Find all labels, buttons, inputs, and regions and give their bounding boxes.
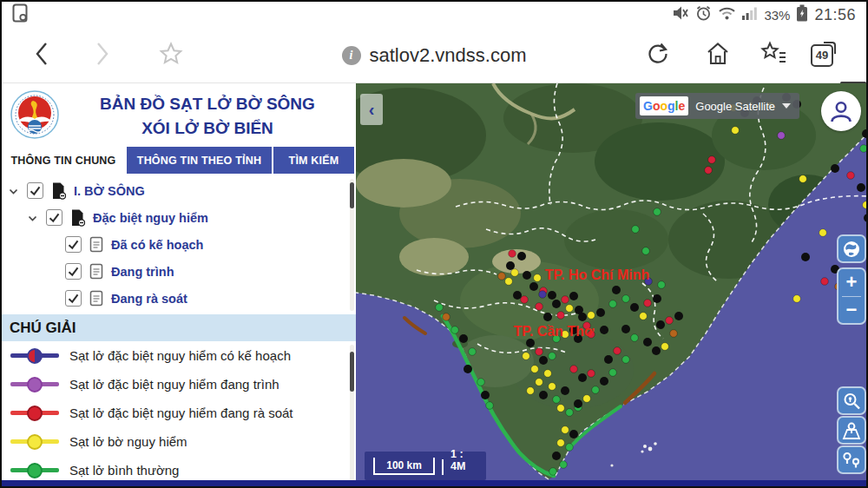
map-marker[interactable] — [527, 387, 535, 395]
bookmark-star-icon[interactable] — [158, 41, 184, 70]
map-marker[interactable] — [609, 300, 617, 308]
map-marker[interactable] — [549, 468, 557, 476]
map-marker[interactable] — [531, 366, 539, 373]
map-marker[interactable] — [536, 303, 543, 311]
url-text[interactable]: satlov2.vndss.com — [370, 44, 527, 67]
map-marker[interactable] — [578, 313, 587, 321]
map-marker[interactable] — [630, 303, 639, 312]
map-marker[interactable] — [631, 334, 639, 342]
map-marker[interactable] — [860, 145, 868, 153]
forward-icon[interactable] — [95, 42, 109, 69]
checkbox[interactable] — [65, 290, 82, 307]
map-marker[interactable] — [521, 296, 529, 304]
map-marker[interactable] — [486, 402, 494, 410]
layers-globe-button[interactable] — [837, 234, 866, 263]
map-marker[interactable] — [536, 379, 543, 386]
map-marker[interactable] — [526, 339, 535, 347]
map-marker[interactable] — [778, 132, 786, 140]
map-marker[interactable] — [821, 278, 829, 286]
map-marker[interactable] — [621, 325, 630, 333]
map-marker[interactable] — [436, 304, 444, 312]
map-marker[interactable] — [557, 405, 565, 412]
map-pin-button[interactable] — [837, 416, 866, 445]
map-marker[interactable] — [544, 370, 552, 378]
map-marker[interactable] — [600, 326, 608, 334]
map-marker[interactable] — [569, 430, 578, 439]
map-marker[interactable] — [443, 313, 450, 321]
map-marker[interactable] — [708, 156, 716, 164]
map-marker[interactable] — [819, 229, 827, 237]
map-marker[interactable] — [552, 452, 561, 460]
map-marker[interactable] — [574, 399, 582, 408]
chevron-down-icon[interactable] — [9, 183, 19, 199]
map-marker[interactable] — [632, 226, 640, 234]
map-marker[interactable] — [481, 391, 490, 399]
home-icon[interactable] — [705, 41, 731, 70]
map-marker[interactable] — [529, 282, 538, 291]
map-marker[interactable] — [539, 391, 548, 399]
map-viewport[interactable]: TP. Ho Chí MinhTP. Cần Thơ ‹ Google Goog… — [356, 83, 866, 480]
map-marker[interactable] — [566, 444, 574, 452]
map-marker[interactable] — [464, 365, 472, 373]
tree-node-label[interactable]: Đang trình — [111, 265, 174, 279]
info-icon[interactable]: i — [342, 46, 361, 65]
map-marker[interactable] — [614, 347, 621, 355]
tree-node-label[interactable]: Đang rà soát — [111, 292, 187, 306]
map-marker[interactable] — [612, 286, 621, 294]
basemap-selector[interactable]: Google Google Satellite — [635, 93, 799, 119]
map-marker[interactable] — [799, 175, 807, 183]
map-marker[interactable] — [600, 377, 608, 386]
map-marker[interactable] — [654, 208, 661, 216]
zoom-out-button[interactable]: − — [838, 297, 865, 324]
map-marker[interactable] — [674, 312, 683, 320]
map-marker[interactable] — [801, 253, 810, 261]
tab-1[interactable]: THÔNG TIN THEO TỈNH — [127, 147, 273, 174]
map-marker[interactable] — [793, 295, 801, 303]
map-marker[interactable] — [523, 271, 531, 280]
map-marker[interactable] — [477, 379, 485, 386]
map-marker[interactable] — [523, 353, 530, 360]
map-marker[interactable] — [653, 294, 661, 303]
map-marker[interactable] — [498, 273, 506, 280]
tab-0[interactable]: THÔNG TIN CHUNG — [2, 147, 127, 174]
map-marker[interactable] — [588, 370, 595, 378]
map-marker[interactable] — [506, 261, 515, 270]
map-marker[interactable] — [548, 291, 556, 300]
map-marker[interactable] — [596, 308, 605, 317]
search-location-button[interactable] — [837, 386, 866, 415]
tabs-icon[interactable]: 49 — [811, 44, 833, 67]
map-marker[interactable] — [652, 346, 661, 355]
map-marker[interactable] — [562, 296, 569, 304]
zoom-in-button[interactable]: + — [838, 269, 865, 296]
map-marker[interactable] — [578, 373, 587, 382]
back-icon[interactable] — [35, 42, 49, 69]
map-marker[interactable] — [666, 317, 674, 325]
map-marker[interactable] — [658, 281, 666, 289]
map-marker[interactable] — [557, 439, 565, 447]
map-marker[interactable] — [549, 353, 556, 360]
map-marker[interactable] — [604, 355, 613, 364]
map-marker[interactable] — [847, 172, 855, 180]
map-marker[interactable] — [553, 396, 561, 404]
map-marker[interactable] — [705, 167, 713, 175]
map-marker[interactable] — [732, 127, 740, 135]
map-marker[interactable] — [857, 183, 865, 192]
user-account-button[interactable] — [821, 91, 861, 131]
map-marker[interactable] — [644, 300, 652, 307]
collapse-panel-button[interactable]: ‹ — [360, 94, 383, 125]
map-marker[interactable] — [570, 366, 578, 373]
map-marker[interactable] — [552, 300, 561, 308]
map-marker[interactable] — [622, 356, 630, 364]
map-marker[interactable] — [863, 201, 868, 209]
map-marker[interactable] — [592, 386, 600, 394]
tab-2[interactable]: TÌM KIẾM — [273, 147, 356, 174]
map-marker[interactable] — [656, 320, 665, 329]
checkbox[interactable] — [65, 263, 82, 280]
tree-node-label[interactable]: Đã có kế hoạch — [111, 238, 203, 252]
map-marker[interactable] — [583, 395, 591, 403]
map-marker[interactable] — [588, 312, 595, 320]
map-marker[interactable] — [831, 164, 839, 173]
tree-node-label[interactable]: Đặc biệt nguy hiểm — [93, 211, 208, 225]
map-marker[interactable] — [566, 409, 574, 417]
map-marker[interactable] — [459, 334, 468, 343]
